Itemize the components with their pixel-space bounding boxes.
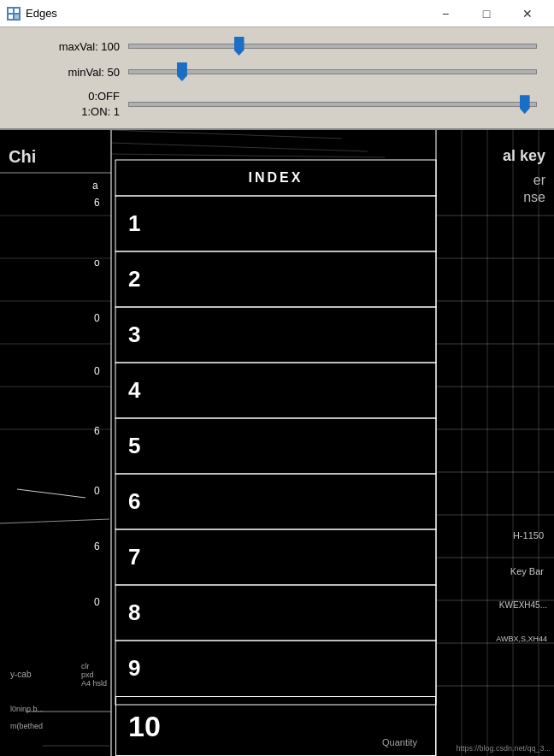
right-text-kwexh45: KWEXH45... xyxy=(499,600,547,610)
svg-rect-2 xyxy=(15,9,19,13)
bottom-text-quantity: Quantity xyxy=(382,737,417,747)
bottom-left-ycab: y-cab xyxy=(10,670,31,679)
index-item-2: 2 xyxy=(115,251,436,307)
corner-text-top-left: Chi xyxy=(9,147,36,167)
bottom-left-bethed: m(bethed xyxy=(10,722,43,730)
svg-rect-4 xyxy=(15,15,19,19)
status-label: 0:OFF 1:ON: 1 xyxy=(17,89,120,120)
left-char-6-1: 6 xyxy=(94,197,100,209)
corner-text-mid-right1: er xyxy=(533,173,545,188)
title-bar: Edges − □ ✕ xyxy=(0,0,554,27)
status-thumb[interactable] xyxy=(520,95,530,114)
app-icon xyxy=(7,7,21,21)
left-char-0-2: 0 xyxy=(94,365,100,377)
watermark-text: https://blog.csdn.net/qq_3... xyxy=(456,744,551,753)
left-char-6-3: 6 xyxy=(94,540,100,552)
minval-row: minVal: 50 xyxy=(17,63,537,80)
left-char-6-2: 6 xyxy=(94,425,100,437)
bottom-left-clr: clrpxdA4 hsld xyxy=(81,662,107,688)
minval-track xyxy=(128,69,537,74)
left-char-o: o xyxy=(94,257,100,269)
right-text-keybar: Key Bar xyxy=(510,566,544,576)
index-item-8: 8 xyxy=(115,585,436,641)
left-char-0-1: 0 xyxy=(94,312,100,324)
corner-text-mid-right2: nse xyxy=(523,190,545,205)
index-item-1: 1 xyxy=(115,196,436,251)
status-slider-container xyxy=(128,96,537,113)
svg-line-40 xyxy=(17,489,85,498)
index-item-9: 9 xyxy=(115,641,436,696)
corner-text-top-right: al key xyxy=(503,147,545,165)
maximize-button[interactable]: □ xyxy=(467,1,506,27)
window-controls: − □ ✕ xyxy=(426,1,547,27)
maxval-label: maxVal: 100 xyxy=(17,40,120,53)
right-text-awbx: AWBX,S,XH44 xyxy=(496,635,547,643)
svg-line-46 xyxy=(111,154,385,157)
maxval-track xyxy=(128,44,537,49)
left-char-0-4: 0 xyxy=(94,596,100,608)
edge-detection-image: Chi al key er nse a 6 o 0 0 6 0 6 0 INDE… xyxy=(0,130,554,756)
maxval-thumb[interactable] xyxy=(234,37,245,56)
svg-line-41 xyxy=(0,519,109,523)
controls-panel: maxVal: 100 minVal: 50 0:OFF 1:ON: 1 xyxy=(0,27,554,130)
minimize-button[interactable]: − xyxy=(426,1,465,27)
index-item-6: 6 xyxy=(115,474,436,529)
maxval-row: maxVal: 100 xyxy=(17,38,537,55)
index-item-5: 5 xyxy=(115,418,436,474)
maxval-slider-container xyxy=(128,38,537,55)
left-char-0-3: 0 xyxy=(94,485,100,497)
right-text-h1150: H-1150 xyxy=(513,530,544,540)
svg-line-45 xyxy=(111,143,368,151)
image-area: Chi al key er nse a 6 o 0 0 6 0 6 0 INDE… xyxy=(0,130,554,756)
index-header: INDEX xyxy=(115,160,436,196)
svg-rect-3 xyxy=(9,15,13,19)
minval-thumb[interactable] xyxy=(177,62,187,81)
left-char-a: a xyxy=(92,180,98,192)
index-item-4: 4 xyxy=(115,363,436,418)
index-item-7: 7 xyxy=(115,529,436,585)
svg-line-44 xyxy=(111,130,342,139)
status-track xyxy=(128,102,537,107)
close-button[interactable]: ✕ xyxy=(508,1,547,27)
bottom-left-lonin: l0ninp b... xyxy=(10,705,44,713)
minval-label: minVal: 50 xyxy=(17,66,120,79)
svg-rect-1 xyxy=(9,9,13,13)
index-item-3: 3 xyxy=(115,307,436,363)
window-title: Edges xyxy=(26,7,426,20)
status-row: 0:OFF 1:ON: 1 xyxy=(17,89,537,120)
minval-slider-container xyxy=(128,63,537,80)
